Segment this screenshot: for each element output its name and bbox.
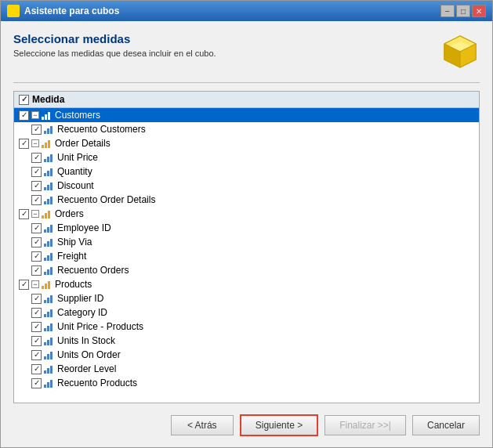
wizard-content: Seleccionar medidas Seleccione las medid…	[1, 21, 492, 447]
list-item[interactable]: Recuento Order Details	[14, 193, 479, 207]
finish-button[interactable]: Finalizar >>|	[324, 415, 406, 435]
footer-buttons: < Atrás Siguiente > Finalizar >>| Cancel…	[13, 414, 480, 436]
list-column-header: Medida	[14, 92, 479, 108]
bar-chart-icon	[44, 125, 55, 134]
cancel-button[interactable]: Cancelar	[412, 415, 480, 435]
cube-icon	[440, 32, 480, 71]
close-button[interactable]: ✕	[472, 5, 486, 17]
item-label: Order Details	[55, 138, 111, 149]
list-item[interactable]: Reorder Level	[14, 362, 479, 376]
item-checkbox[interactable]	[31, 195, 42, 205]
item-checkbox[interactable]	[31, 181, 42, 191]
bar-chart-icon	[44, 195, 55, 204]
bar-chart-icon	[44, 266, 55, 275]
list-item[interactable]: Discount	[14, 179, 479, 193]
page-subtitle: Seleccione las medidas que desea incluir…	[13, 49, 216, 58]
item-label: Recuento Orders	[57, 265, 129, 276]
minimize-button[interactable]: −	[440, 5, 455, 17]
expand-icon[interactable]: −	[31, 111, 39, 119]
item-label: Supplier ID	[57, 293, 103, 304]
item-checkbox[interactable]	[31, 350, 42, 360]
list-item[interactable]: Units In Stock	[14, 334, 479, 348]
list-item[interactable]: Units On Order	[14, 348, 479, 362]
bar-chart-icon	[44, 364, 55, 374]
next-button[interactable]: Siguiente >	[240, 414, 318, 436]
item-label: Units On Order	[57, 349, 121, 360]
item-label: Recuento Products	[57, 378, 137, 388]
item-checkbox[interactable]	[19, 110, 29, 121]
item-checkbox[interactable]	[31, 378, 42, 388]
list-item[interactable]: Category ID	[14, 305, 479, 320]
expand-icon[interactable]: −	[31, 210, 39, 218]
header-checkbox[interactable]	[19, 95, 29, 105]
column-header-label: Medida	[32, 94, 64, 105]
list-item[interactable]: Recuento Customers	[14, 122, 479, 136]
item-label: Quantity	[57, 166, 92, 177]
item-label: Products	[55, 279, 92, 290]
item-label: Freight	[57, 251, 86, 262]
item-checkbox[interactable]	[31, 251, 42, 262]
item-checkbox[interactable]	[31, 125, 42, 135]
item-label: Employee ID	[57, 222, 111, 233]
item-label: Recuento Order Details	[57, 194, 155, 205]
item-checkbox[interactable]	[19, 209, 29, 219]
list-item[interactable]: − Orders	[14, 207, 479, 221]
app-icon	[7, 5, 20, 17]
item-checkbox[interactable]	[31, 308, 42, 318]
list-item[interactable]: Employee ID	[14, 221, 479, 235]
bar-chart-icon	[44, 181, 55, 190]
bar-chart-icon	[44, 308, 55, 317]
title-bar: Asistente para cubos − □ ✕	[1, 1, 492, 21]
list-item[interactable]: Supplier ID	[14, 291, 479, 305]
list-item[interactable]: Recuento Products	[14, 376, 479, 390]
list-item[interactable]: Quantity	[14, 164, 479, 179]
item-checkbox[interactable]	[31, 167, 42, 177]
item-checkbox[interactable]	[31, 266, 42, 276]
item-checkbox[interactable]	[31, 336, 42, 346]
header-section: Seleccionar medidas Seleccione las medid…	[13, 32, 480, 71]
list-item[interactable]: Freight	[14, 249, 479, 263]
expand-icon[interactable]: −	[31, 280, 39, 288]
item-checkbox[interactable]	[31, 322, 42, 332]
item-checkbox[interactable]	[19, 139, 29, 149]
list-item[interactable]: − Customers	[14, 108, 479, 122]
bar-chart-icon	[44, 336, 55, 345]
item-label: Category ID	[57, 307, 107, 318]
list-item[interactable]: Unit Price - Products	[14, 320, 479, 334]
bar-chart-icon	[44, 350, 55, 359]
bar-chart-icon	[44, 167, 55, 176]
list-item[interactable]: Unit Price	[14, 150, 479, 164]
item-label: Unit Price - Products	[57, 321, 143, 332]
maximize-button[interactable]: □	[456, 5, 470, 17]
page-title: Seleccionar medidas	[13, 32, 216, 45]
measures-list[interactable]: Medida − Customers Recuento Customers − …	[13, 91, 480, 403]
item-label: Customers	[55, 110, 100, 121]
item-checkbox[interactable]	[31, 153, 42, 163]
item-label: Unit Price	[57, 152, 98, 163]
bar-chart-icon	[44, 153, 55, 162]
item-checkbox[interactable]	[19, 280, 29, 290]
item-label: Discount	[57, 180, 94, 191]
expand-icon[interactable]: −	[31, 139, 39, 147]
item-checkbox[interactable]	[31, 223, 42, 233]
bar-chart-icon	[44, 237, 55, 247]
list-item[interactable]: Ship Via	[14, 235, 479, 249]
window-title: Asistente para cubos	[24, 5, 119, 16]
title-bar-buttons: − □ ✕	[440, 5, 486, 17]
back-button[interactable]: < Atrás	[171, 415, 234, 435]
bar-chart-icon	[44, 322, 55, 331]
list-item[interactable]: − Products	[14, 277, 479, 291]
bar-chart-icon	[42, 110, 53, 120]
item-label: Recuento Customers	[57, 124, 146, 135]
list-item[interactable]: − Order Details	[14, 136, 479, 150]
list-item[interactable]: Recuento Orders	[14, 263, 479, 277]
item-checkbox[interactable]	[31, 364, 42, 374]
bar-chart-icon	[42, 280, 53, 289]
item-label: Reorder Level	[57, 363, 116, 374]
item-checkbox[interactable]	[31, 294, 42, 304]
item-checkbox[interactable]	[31, 237, 42, 247]
bar-chart-icon	[42, 209, 53, 219]
header-text: Seleccionar medidas Seleccione las medid…	[13, 32, 216, 58]
bar-chart-icon	[44, 378, 55, 388]
wizard-window: Asistente para cubos − □ ✕ Seleccionar m…	[0, 0, 493, 448]
